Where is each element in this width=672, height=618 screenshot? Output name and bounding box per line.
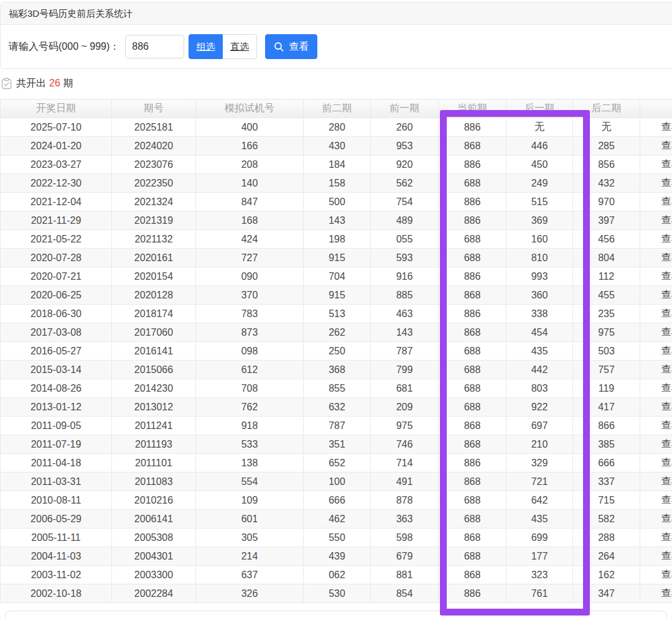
cell-issue: 2022350 <box>112 174 196 193</box>
cell-next1: 323 <box>506 566 573 584</box>
cell-next2: 288 <box>573 528 640 547</box>
cell-prev2: 158 <box>304 174 371 193</box>
cell-sim: 370 <box>196 286 304 305</box>
cell-next2: 264 <box>573 547 640 566</box>
cell-issue: 2020128 <box>112 286 196 305</box>
cell-action[interactable]: 查看 <box>640 528 672 547</box>
cell-sim: 601 <box>196 510 304 528</box>
cell-next2: 417 <box>573 398 640 417</box>
cell-prev1: 562 <box>371 174 439 193</box>
cell-prev1: 681 <box>371 379 439 398</box>
cell-action[interactable]: 查看 <box>640 510 672 528</box>
cell-prev2: 915 <box>304 286 371 305</box>
cell-action[interactable]: 查看 <box>640 417 672 435</box>
cell-next1: 721 <box>506 473 573 491</box>
cell-prev2: 430 <box>304 137 371 155</box>
cell-action[interactable]: 查看 <box>640 286 672 305</box>
cell-action[interactable]: 查看 <box>640 584 672 603</box>
cell-action[interactable]: 查看 <box>640 193 672 211</box>
cell-sim: 208 <box>196 155 304 174</box>
cell-action[interactable]: 查看 <box>640 267 672 286</box>
cell-current: 688 <box>439 379 506 398</box>
cell-action[interactable]: 查看 <box>640 361 672 379</box>
cell-date: 2020-07-28 <box>1 249 112 267</box>
number-input-label: 请输入号码(000 ~ 999)： <box>9 40 119 53</box>
view-button[interactable]: 查看 <box>265 34 317 59</box>
cell-current: 688 <box>439 230 506 249</box>
cell-action[interactable]: 查看 <box>640 230 672 249</box>
stats-prefix: 共开出 <box>16 77 46 90</box>
cell-next1: 446 <box>506 137 573 155</box>
number-input[interactable] <box>125 35 184 58</box>
cell-next1: 210 <box>506 435 573 454</box>
cell-prev2: 262 <box>304 323 371 342</box>
cell-current: 886 <box>439 211 506 230</box>
cell-action[interactable]: 查看 <box>640 566 672 584</box>
cell-action[interactable]: 查看 <box>640 323 672 342</box>
cell-next1: 249 <box>506 174 573 193</box>
table-row: 2025-07-102025181400280260886无无查看 <box>1 118 672 137</box>
cell-current: 886 <box>439 118 506 137</box>
cell-action[interactable]: 查看 <box>640 435 672 454</box>
cell-sim: 847 <box>196 193 304 211</box>
cell-action[interactable]: 查看 <box>640 491 672 510</box>
cell-sim: 140 <box>196 174 304 193</box>
cell-issue: 2003300 <box>112 566 196 584</box>
table-row: 2020-06-252020128370915885868360455查看 <box>1 286 672 305</box>
history-table: 开奖日期期号模拟试机号前二期前一期当前期后一期后二期 2025-07-10202… <box>0 99 672 603</box>
table-row: 2011-04-182011101138652714886329666查看 <box>1 454 672 473</box>
cell-next1: 761 <box>506 584 573 603</box>
cell-next2: 970 <box>573 193 640 211</box>
table-row: 2014-08-262014230708855681688803119查看 <box>1 379 672 398</box>
cell-sim: 168 <box>196 211 304 230</box>
cell-prev1: 055 <box>371 230 439 249</box>
direct-mode-button[interactable]: 直选 <box>223 34 257 59</box>
cell-current: 868 <box>439 473 506 491</box>
cell-action[interactable]: 查看 <box>640 211 672 230</box>
col-header-current: 当前期 <box>439 99 506 118</box>
cell-prev1: 209 <box>371 398 439 417</box>
cell-action[interactable]: 查看 <box>640 342 672 361</box>
cell-issue: 2015066 <box>112 361 196 379</box>
table-row: 2018-06-302018174783513463886338235查看 <box>1 305 672 323</box>
cell-action[interactable]: 查看 <box>640 118 672 137</box>
cell-date: 2011-07-19 <box>1 435 112 454</box>
cell-sim: 918 <box>196 417 304 435</box>
mode-toggle-group: 组选 直选 <box>189 34 257 59</box>
cell-current: 688 <box>439 342 506 361</box>
cell-sim: 708 <box>196 379 304 398</box>
cell-next2: 235 <box>573 305 640 323</box>
cell-action[interactable]: 查看 <box>640 174 672 193</box>
cell-action[interactable]: 查看 <box>640 454 672 473</box>
cell-action[interactable]: 查看 <box>640 155 672 174</box>
cell-issue: 2016141 <box>112 342 196 361</box>
table-row: 2020-07-212020154090704916886993112查看 <box>1 267 672 286</box>
cell-current: 868 <box>439 286 506 305</box>
cell-action[interactable]: 查看 <box>640 379 672 398</box>
cell-action[interactable]: 查看 <box>640 249 672 267</box>
group-mode-button[interactable]: 组选 <box>189 34 223 59</box>
table-row: 2020-07-282020161727915593688810804查看 <box>1 249 672 267</box>
cell-current: 688 <box>439 547 506 566</box>
cell-prev1: 679 <box>371 547 439 566</box>
cell-date: 2010-08-11 <box>1 491 112 510</box>
cell-prev1: 799 <box>371 361 439 379</box>
cell-current: 886 <box>439 155 506 174</box>
cell-next1: 450 <box>506 155 573 174</box>
cell-prev2: 143 <box>304 211 371 230</box>
cell-next1: 360 <box>506 286 573 305</box>
cell-current: 886 <box>439 305 506 323</box>
cell-action[interactable]: 查看 <box>640 305 672 323</box>
cell-next2: 666 <box>573 454 640 473</box>
cell-action[interactable]: 查看 <box>640 473 672 491</box>
table-row: 2003-11-022003300637062881868323162查看 <box>1 566 672 584</box>
cell-date: 2024-01-20 <box>1 137 112 155</box>
cell-date: 2006-05-29 <box>1 510 112 528</box>
cell-prev1: 787 <box>371 342 439 361</box>
cell-sim: 783 <box>196 305 304 323</box>
table-row: 2011-03-312011083554100491868721337查看 <box>1 473 672 491</box>
cell-action[interactable]: 查看 <box>640 547 672 566</box>
cell-issue: 2011101 <box>112 454 196 473</box>
cell-action[interactable]: 查看 <box>640 137 672 155</box>
cell-action[interactable]: 查看 <box>640 398 672 417</box>
